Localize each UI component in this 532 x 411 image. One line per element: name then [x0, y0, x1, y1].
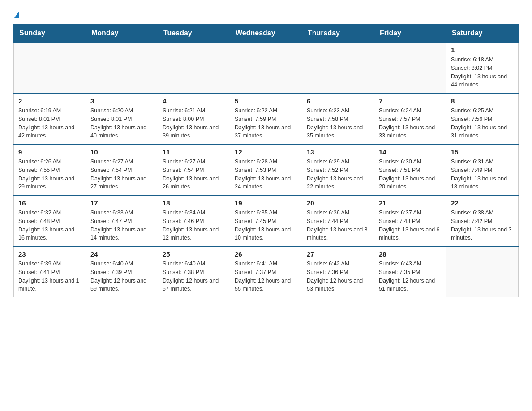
day-info: Sunrise: 6:41 AM Sunset: 7:37 PM Dayligh…	[235, 260, 297, 293]
day-number: 11	[163, 148, 225, 156]
calendar-cell: 10Sunrise: 6:27 AM Sunset: 7:54 PM Dayli…	[86, 144, 158, 195]
calendar-header-tuesday: Tuesday	[158, 25, 230, 43]
day-number: 18	[163, 199, 225, 207]
day-number: 14	[379, 148, 442, 156]
day-info: Sunrise: 6:26 AM Sunset: 7:55 PM Dayligh…	[18, 158, 81, 191]
calendar-header-thursday: Thursday	[302, 25, 374, 43]
week-row-1: 1Sunrise: 6:18 AM Sunset: 8:02 PM Daylig…	[14, 42, 519, 93]
day-info: Sunrise: 6:30 AM Sunset: 7:51 PM Dayligh…	[379, 158, 442, 191]
calendar-cell: 12Sunrise: 6:28 AM Sunset: 7:53 PM Dayli…	[230, 144, 302, 195]
calendar-cell: 9Sunrise: 6:26 AM Sunset: 7:55 PM Daylig…	[14, 144, 86, 195]
day-info: Sunrise: 6:31 AM Sunset: 7:49 PM Dayligh…	[451, 158, 514, 191]
day-info: Sunrise: 6:35 AM Sunset: 7:45 PM Dayligh…	[235, 209, 297, 242]
calendar-cell	[230, 42, 302, 93]
day-info: Sunrise: 6:33 AM Sunset: 7:47 PM Dayligh…	[90, 209, 153, 242]
day-number: 5	[235, 97, 297, 105]
day-info: Sunrise: 6:27 AM Sunset: 7:54 PM Dayligh…	[90, 158, 153, 191]
day-number: 22	[451, 199, 514, 207]
calendar-cell: 3Sunrise: 6:20 AM Sunset: 8:01 PM Daylig…	[86, 93, 158, 144]
calendar-cell: 23Sunrise: 6:39 AM Sunset: 7:41 PM Dayli…	[14, 246, 86, 297]
calendar-cell	[374, 42, 446, 93]
day-number: 16	[18, 199, 81, 207]
day-info: Sunrise: 6:40 AM Sunset: 7:38 PM Dayligh…	[163, 260, 225, 293]
logo	[13, 9, 19, 20]
calendar-cell: 28Sunrise: 6:43 AM Sunset: 7:35 PM Dayli…	[374, 246, 446, 297]
day-number: 7	[379, 97, 442, 105]
calendar-cell: 1Sunrise: 6:18 AM Sunset: 8:02 PM Daylig…	[446, 42, 519, 93]
day-info: Sunrise: 6:27 AM Sunset: 7:54 PM Dayligh…	[163, 158, 225, 191]
day-number: 23	[18, 250, 81, 258]
day-info: Sunrise: 6:19 AM Sunset: 8:01 PM Dayligh…	[18, 107, 81, 140]
calendar-cell: 6Sunrise: 6:23 AM Sunset: 7:58 PM Daylig…	[302, 93, 374, 144]
day-info: Sunrise: 6:39 AM Sunset: 7:41 PM Dayligh…	[18, 260, 81, 293]
calendar-header-row: SundayMondayTuesdayWednesdayThursdayFrid…	[14, 25, 519, 43]
calendar-cell: 27Sunrise: 6:42 AM Sunset: 7:36 PM Dayli…	[302, 246, 374, 297]
day-info: Sunrise: 6:29 AM Sunset: 7:52 PM Dayligh…	[307, 158, 369, 191]
day-info: Sunrise: 6:42 AM Sunset: 7:36 PM Dayligh…	[307, 260, 369, 293]
calendar-header-friday: Friday	[374, 25, 446, 43]
day-info: Sunrise: 6:34 AM Sunset: 7:46 PM Dayligh…	[163, 209, 225, 242]
week-row-2: 2Sunrise: 6:19 AM Sunset: 8:01 PM Daylig…	[14, 93, 519, 144]
calendar-cell: 24Sunrise: 6:40 AM Sunset: 7:39 PM Dayli…	[86, 246, 158, 297]
day-info: Sunrise: 6:43 AM Sunset: 7:35 PM Dayligh…	[379, 260, 442, 293]
day-number: 27	[307, 250, 369, 258]
calendar-cell: 15Sunrise: 6:31 AM Sunset: 7:49 PM Dayli…	[446, 144, 519, 195]
day-number: 10	[90, 148, 153, 156]
day-info: Sunrise: 6:40 AM Sunset: 7:39 PM Dayligh…	[90, 260, 153, 293]
calendar-header-wednesday: Wednesday	[230, 25, 302, 43]
day-info: Sunrise: 6:37 AM Sunset: 7:43 PM Dayligh…	[379, 209, 442, 242]
calendar-cell: 18Sunrise: 6:34 AM Sunset: 7:46 PM Dayli…	[158, 195, 230, 246]
calendar-cell: 4Sunrise: 6:21 AM Sunset: 8:00 PM Daylig…	[158, 93, 230, 144]
day-number: 6	[307, 97, 369, 105]
day-number: 26	[235, 250, 297, 258]
day-number: 25	[163, 250, 225, 258]
day-info: Sunrise: 6:38 AM Sunset: 7:42 PM Dayligh…	[451, 209, 514, 242]
calendar-cell: 7Sunrise: 6:24 AM Sunset: 7:57 PM Daylig…	[374, 93, 446, 144]
calendar-cell: 26Sunrise: 6:41 AM Sunset: 7:37 PM Dayli…	[230, 246, 302, 297]
day-number: 15	[451, 148, 514, 156]
logo-triangle-icon	[14, 12, 19, 18]
calendar-cell: 11Sunrise: 6:27 AM Sunset: 7:54 PM Dayli…	[158, 144, 230, 195]
calendar-header-saturday: Saturday	[446, 25, 519, 43]
day-number: 4	[163, 97, 225, 105]
day-number: 21	[379, 199, 442, 207]
calendar-cell	[446, 246, 519, 297]
week-row-4: 16Sunrise: 6:32 AM Sunset: 7:48 PM Dayli…	[14, 195, 519, 246]
calendar-cell: 25Sunrise: 6:40 AM Sunset: 7:38 PM Dayli…	[158, 246, 230, 297]
day-number: 9	[18, 148, 81, 156]
calendar-cell: 8Sunrise: 6:25 AM Sunset: 7:56 PM Daylig…	[446, 93, 519, 144]
calendar-cell: 20Sunrise: 6:36 AM Sunset: 7:44 PM Dayli…	[302, 195, 374, 246]
day-info: Sunrise: 6:21 AM Sunset: 8:00 PM Dayligh…	[163, 107, 225, 140]
day-info: Sunrise: 6:22 AM Sunset: 7:59 PM Dayligh…	[235, 107, 297, 140]
day-info: Sunrise: 6:18 AM Sunset: 8:02 PM Dayligh…	[451, 56, 514, 89]
day-number: 12	[235, 148, 297, 156]
calendar-cell: 2Sunrise: 6:19 AM Sunset: 8:01 PM Daylig…	[14, 93, 86, 144]
day-number: 3	[90, 97, 153, 105]
day-number: 17	[90, 199, 153, 207]
calendar-header-sunday: Sunday	[14, 25, 86, 43]
calendar-cell	[158, 42, 230, 93]
week-row-5: 23Sunrise: 6:39 AM Sunset: 7:41 PM Dayli…	[14, 246, 519, 297]
day-info: Sunrise: 6:23 AM Sunset: 7:58 PM Dayligh…	[307, 107, 369, 140]
week-row-3: 9Sunrise: 6:26 AM Sunset: 7:55 PM Daylig…	[14, 144, 519, 195]
calendar-header-monday: Monday	[86, 25, 158, 43]
calendar-table: SundayMondayTuesdayWednesdayThursdayFrid…	[13, 24, 519, 297]
day-info: Sunrise: 6:24 AM Sunset: 7:57 PM Dayligh…	[379, 107, 442, 140]
day-number: 13	[307, 148, 369, 156]
day-number: 19	[235, 199, 297, 207]
calendar-cell: 22Sunrise: 6:38 AM Sunset: 7:42 PM Dayli…	[446, 195, 519, 246]
calendar-cell: 16Sunrise: 6:32 AM Sunset: 7:48 PM Dayli…	[14, 195, 86, 246]
day-info: Sunrise: 6:28 AM Sunset: 7:53 PM Dayligh…	[235, 158, 297, 191]
calendar-cell: 21Sunrise: 6:37 AM Sunset: 7:43 PM Dayli…	[374, 195, 446, 246]
day-number: 1	[451, 46, 514, 54]
day-info: Sunrise: 6:25 AM Sunset: 7:56 PM Dayligh…	[451, 107, 514, 140]
page-header	[13, 9, 519, 20]
calendar-cell: 14Sunrise: 6:30 AM Sunset: 7:51 PM Dayli…	[374, 144, 446, 195]
calendar-cell: 5Sunrise: 6:22 AM Sunset: 7:59 PM Daylig…	[230, 93, 302, 144]
day-number: 28	[379, 250, 442, 258]
day-info: Sunrise: 6:36 AM Sunset: 7:44 PM Dayligh…	[307, 209, 369, 242]
day-number: 2	[18, 97, 81, 105]
day-number: 20	[307, 199, 369, 207]
day-info: Sunrise: 6:32 AM Sunset: 7:48 PM Dayligh…	[18, 209, 81, 242]
calendar-cell: 19Sunrise: 6:35 AM Sunset: 7:45 PM Dayli…	[230, 195, 302, 246]
